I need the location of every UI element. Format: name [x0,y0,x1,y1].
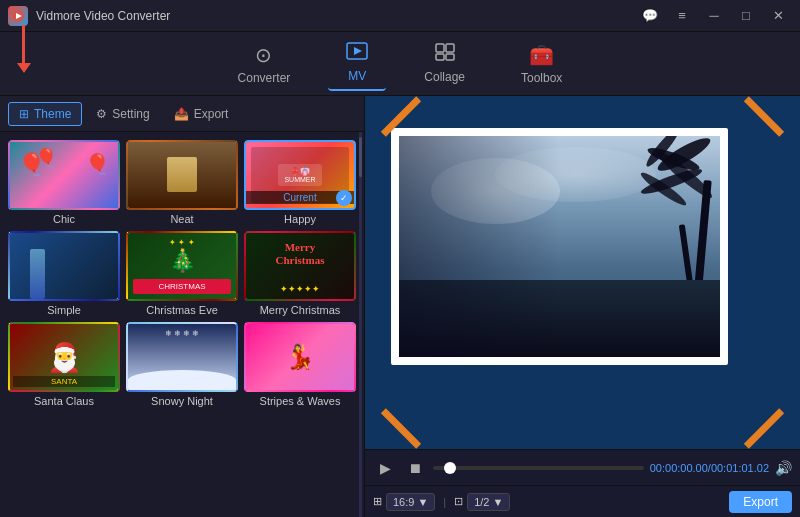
title-bar-controls: 💬 ≡ ─ □ ✕ [636,6,792,26]
export-icon: 📤 [174,107,189,121]
theme-chic-label: Chic [53,213,75,225]
video-content [399,136,720,357]
ratio-value: 16:9 [393,496,414,508]
minimize-button[interactable]: ─ [700,6,728,26]
theme-happy[interactable]: 👙👘 SUMMER Current ✓ Happy [244,140,356,225]
export-button[interactable]: Export [729,491,792,513]
ratio-separator: | [443,496,446,508]
playback-controls: ▶ ⏹ 00:00:00.00/00:01:01.02 🔊 [365,449,800,485]
svg-rect-4 [436,44,444,52]
theme-stripes-waves[interactable]: 💃 Stripes & Waves [244,322,356,407]
split-icon: ⊡ [454,495,463,508]
theme-snowy-night-label: Snowy Night [151,395,213,407]
theme-simple[interactable]: Simple [8,231,120,316]
scroll-indicator [359,132,362,517]
theme-happy-check: ✓ [336,190,352,206]
theme-christmas-eve-label: Christmas Eve [146,304,218,316]
split-chevron: ▼ [492,496,503,508]
corner-decoration-tr [744,96,784,136]
volume-button[interactable]: 🔊 [775,460,792,476]
subtab-export[interactable]: 📤 Export [164,103,239,125]
theme-merry-christmas-label: Merry Christmas [260,304,341,316]
corner-decoration-br [744,409,784,449]
toolbox-icon: 🧰 [529,43,554,67]
time-display: 00:00:00.00/00:01:01.02 [650,462,769,474]
right-panel: ▶ ⏹ 00:00:00.00/00:01:01.02 🔊 ⊞ 16:9 ▼ |… [365,96,800,517]
right-bottom-bar: ⊞ 16:9 ▼ | ⊡ 1/2 ▼ Export [365,485,800,517]
subtab-export-label: Export [194,107,229,121]
mv-icon [346,42,368,65]
title-bar: Vidmore Video Converter 💬 ≡ ─ □ ✕ [0,0,800,32]
app-icon [8,6,28,26]
split-dropdown[interactable]: 1/2 ▼ [467,493,510,511]
svg-marker-3 [354,47,362,55]
preview-frame [391,128,728,365]
nav-collage-label: Collage [424,70,465,84]
main-layout: ⊞ Theme ⚙ Setting 📤 Export 🎈 🎈 🎈 Ch [0,96,800,517]
converter-icon: ⊙ [255,43,272,67]
preview-wrapper [391,128,774,417]
corner-decoration-bl [381,409,421,449]
top-nav: ⊙ Converter MV Collage 🧰 Toolbox [0,32,800,96]
progress-dot [444,462,456,474]
svg-rect-5 [446,44,454,52]
nav-toolbox-label: Toolbox [521,71,562,85]
setting-icon: ⚙ [96,107,107,121]
subtab-theme-label: Theme [34,107,71,121]
theme-neat[interactable]: Neat [126,140,238,225]
ratio-chevron: ▼ [417,496,428,508]
maximize-button[interactable]: □ [732,6,760,26]
svg-rect-7 [446,54,454,60]
collage-icon [435,43,455,66]
svg-rect-6 [436,54,444,60]
nav-mv-label: MV [348,69,366,83]
sub-tabs: ⊞ Theme ⚙ Setting 📤 Export [0,96,364,132]
progress-bar[interactable] [433,466,644,470]
left-panel: ⊞ Theme ⚙ Setting 📤 Export 🎈 🎈 🎈 Ch [0,96,365,517]
theme-christmas-eve[interactable]: ✦ ✦ ✦ 🎄 CHRISTMAS Christmas Eve [126,231,238,316]
close-button[interactable]: ✕ [764,6,792,26]
video-preview [365,96,800,449]
stop-button[interactable]: ⏹ [403,456,427,480]
play-button[interactable]: ▶ [373,456,397,480]
theme-grid: 🎈 🎈 🎈 Chic Neat [0,132,364,517]
subtab-setting[interactable]: ⚙ Setting [86,103,159,125]
subtab-theme[interactable]: ⊞ Theme [8,102,82,126]
theme-simple-label: Simple [47,304,81,316]
theme-neat-label: Neat [170,213,193,225]
nav-converter-label: Converter [238,71,291,85]
theme-santa-claus-label: Santa Claus [34,395,94,407]
theme-chic[interactable]: 🎈 🎈 🎈 Chic [8,140,120,225]
theme-grid-icon: ⊞ [19,107,29,121]
scroll-thumb [359,137,362,177]
split-value: 1/2 [474,496,489,508]
nav-converter[interactable]: ⊙ Converter [220,37,309,91]
theme-happy-label: Happy [284,213,316,225]
nav-mv[interactable]: MV [328,36,386,91]
ratio-icon: ⊞ [373,495,382,508]
theme-stripes-waves-label: Stripes & Waves [260,395,341,407]
ratio-selector: ⊞ 16:9 ▼ | ⊡ 1/2 ▼ [373,493,510,511]
theme-snowy-night[interactable]: ❄ ❄ ❄ ❄ Snowy Night [126,322,238,407]
nav-collage[interactable]: Collage [406,37,483,90]
title-bar-left: Vidmore Video Converter [8,6,170,26]
ratio-dropdown[interactable]: 16:9 ▼ [386,493,435,511]
app-title: Vidmore Video Converter [36,9,170,23]
menu-button[interactable]: ≡ [668,6,696,26]
theme-merry-christmas[interactable]: MerryChristmas ✦✦✦✦✦ Merry Christmas [244,231,356,316]
nav-toolbox[interactable]: 🧰 Toolbox [503,37,580,91]
theme-santa-claus[interactable]: 🎅 SANTA Santa Claus [8,322,120,407]
subtab-setting-label: Setting [112,107,149,121]
chat-button[interactable]: 💬 [636,6,664,26]
